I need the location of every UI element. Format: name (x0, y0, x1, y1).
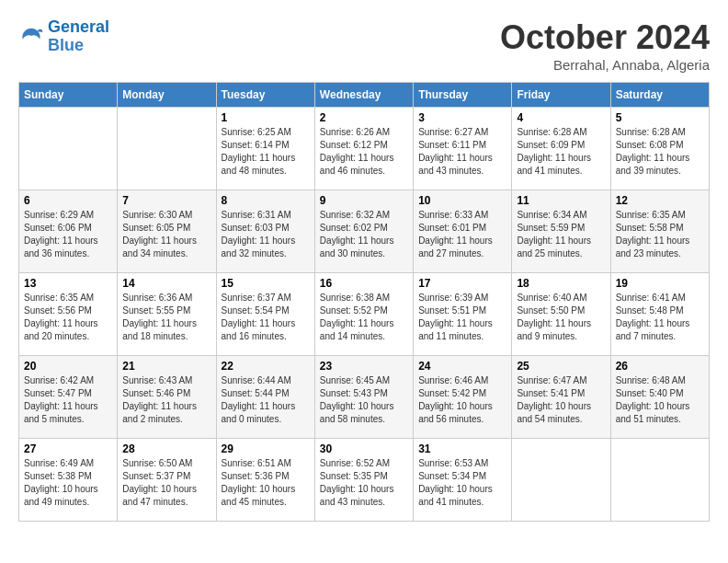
table-row: 3Sunrise: 6:27 AM Sunset: 6:11 PM Daylig… (414, 108, 512, 190)
table-row (610, 439, 709, 522)
table-row: 12Sunrise: 6:35 AM Sunset: 5:58 PM Dayli… (610, 190, 709, 273)
day-number: 26 (616, 360, 704, 373)
day-info: Sunrise: 6:45 AM Sunset: 5:43 PM Dayligh… (320, 374, 408, 426)
day-number: 10 (418, 194, 506, 207)
day-info: Sunrise: 6:37 AM Sunset: 5:54 PM Dayligh… (222, 292, 310, 343)
title-block: October 2024 Berrahal, Annaba, Algeria (500, 18, 710, 73)
day-number: 4 (517, 111, 605, 124)
day-info: Sunrise: 6:46 AM Sunset: 5:42 PM Dayligh… (418, 374, 506, 426)
table-row: 11Sunrise: 6:34 AM Sunset: 5:59 PM Dayli… (512, 190, 610, 273)
day-info: Sunrise: 6:49 AM Sunset: 5:38 PM Dayligh… (24, 457, 112, 509)
table-row: 19Sunrise: 6:41 AM Sunset: 5:48 PM Dayli… (610, 273, 709, 356)
calendar-header-row: Sunday Monday Tuesday Wednesday Thursday… (19, 83, 710, 108)
calendar-week-3: 13Sunrise: 6:35 AM Sunset: 5:56 PM Dayli… (19, 273, 710, 356)
day-number: 2 (320, 111, 408, 124)
day-info: Sunrise: 6:27 AM Sunset: 6:11 PM Dayligh… (418, 126, 506, 178)
day-info: Sunrise: 6:32 AM Sunset: 6:02 PM Dayligh… (320, 209, 408, 260)
day-number: 1 (222, 111, 310, 124)
table-row: 13Sunrise: 6:35 AM Sunset: 5:56 PM Dayli… (19, 273, 118, 356)
table-row: 8Sunrise: 6:31 AM Sunset: 6:03 PM Daylig… (216, 190, 314, 273)
day-number: 14 (122, 277, 210, 290)
day-info: Sunrise: 6:36 AM Sunset: 5:55 PM Dayligh… (122, 292, 210, 343)
logo-icon (18, 24, 44, 50)
day-info: Sunrise: 6:34 AM Sunset: 5:59 PM Dayligh… (517, 209, 605, 260)
day-info: Sunrise: 6:33 AM Sunset: 6:01 PM Dayligh… (418, 209, 506, 260)
day-info: Sunrise: 6:50 AM Sunset: 5:37 PM Dayligh… (122, 457, 210, 509)
day-number: 17 (418, 277, 506, 290)
calendar-week-4: 20Sunrise: 6:42 AM Sunset: 5:47 PM Dayli… (19, 356, 710, 439)
day-number: 27 (24, 442, 112, 455)
table-row: 2Sunrise: 6:26 AM Sunset: 6:12 PM Daylig… (314, 108, 413, 190)
table-row: 6Sunrise: 6:29 AM Sunset: 6:06 PM Daylig… (19, 190, 118, 273)
table-row: 26Sunrise: 6:48 AM Sunset: 5:40 PM Dayli… (610, 356, 709, 439)
day-number: 30 (320, 442, 408, 455)
table-row: 15Sunrise: 6:37 AM Sunset: 5:54 PM Dayli… (216, 273, 314, 356)
day-info: Sunrise: 6:31 AM Sunset: 6:03 PM Dayligh… (222, 209, 310, 260)
day-info: Sunrise: 6:39 AM Sunset: 5:51 PM Dayligh… (418, 292, 506, 343)
day-info: Sunrise: 6:44 AM Sunset: 5:44 PM Dayligh… (222, 374, 310, 426)
day-number: 16 (320, 277, 408, 290)
day-info: Sunrise: 6:28 AM Sunset: 6:09 PM Dayligh… (517, 126, 605, 178)
table-row: 10Sunrise: 6:33 AM Sunset: 6:01 PM Dayli… (414, 190, 512, 273)
table-row: 14Sunrise: 6:36 AM Sunset: 5:55 PM Dayli… (118, 273, 216, 356)
table-row: 4Sunrise: 6:28 AM Sunset: 6:09 PM Daylig… (512, 108, 610, 190)
day-number: 13 (24, 277, 112, 290)
day-number: 19 (616, 277, 704, 290)
day-number: 21 (122, 360, 210, 373)
day-number: 5 (616, 111, 704, 124)
col-tuesday: Tuesday (216, 83, 314, 108)
day-info: Sunrise: 6:35 AM Sunset: 5:56 PM Dayligh… (24, 292, 112, 343)
logo: General Blue (18, 18, 109, 55)
day-info: Sunrise: 6:42 AM Sunset: 5:47 PM Dayligh… (24, 374, 112, 426)
day-number: 24 (418, 360, 506, 373)
location: Berrahal, Annaba, Algeria (500, 57, 710, 73)
page-header: General Blue October 2024 Berrahal, Anna… (18, 18, 710, 73)
day-info: Sunrise: 6:43 AM Sunset: 5:46 PM Dayligh… (122, 374, 210, 426)
day-info: Sunrise: 6:28 AM Sunset: 6:08 PM Dayligh… (616, 126, 704, 178)
table-row: 24Sunrise: 6:46 AM Sunset: 5:42 PM Dayli… (414, 356, 512, 439)
table-row: 29Sunrise: 6:51 AM Sunset: 5:36 PM Dayli… (216, 439, 314, 522)
day-number: 31 (418, 442, 506, 455)
day-number: 15 (222, 277, 310, 290)
day-number: 28 (122, 442, 210, 455)
table-row: 25Sunrise: 6:47 AM Sunset: 5:41 PM Dayli… (512, 356, 610, 439)
table-row: 22Sunrise: 6:44 AM Sunset: 5:44 PM Dayli… (216, 356, 314, 439)
month-title: October 2024 (500, 18, 710, 57)
logo-text: General Blue (48, 18, 109, 55)
day-info: Sunrise: 6:40 AM Sunset: 5:50 PM Dayligh… (517, 292, 605, 343)
day-info: Sunrise: 6:48 AM Sunset: 5:40 PM Dayligh… (616, 374, 704, 426)
day-number: 6 (24, 194, 112, 207)
day-number: 23 (320, 360, 408, 373)
day-info: Sunrise: 6:35 AM Sunset: 5:58 PM Dayligh… (616, 209, 704, 260)
day-number: 22 (222, 360, 310, 373)
day-number: 8 (222, 194, 310, 207)
day-number: 20 (24, 360, 112, 373)
table-row: 18Sunrise: 6:40 AM Sunset: 5:50 PM Dayli… (512, 273, 610, 356)
day-number: 12 (616, 194, 704, 207)
day-info: Sunrise: 6:52 AM Sunset: 5:35 PM Dayligh… (320, 457, 408, 509)
col-friday: Friday (512, 83, 610, 108)
table-row: 21Sunrise: 6:43 AM Sunset: 5:46 PM Dayli… (118, 356, 216, 439)
col-sunday: Sunday (19, 83, 118, 108)
day-info: Sunrise: 6:47 AM Sunset: 5:41 PM Dayligh… (517, 374, 605, 426)
table-row: 16Sunrise: 6:38 AM Sunset: 5:52 PM Dayli… (314, 273, 413, 356)
day-info: Sunrise: 6:26 AM Sunset: 6:12 PM Dayligh… (320, 126, 408, 178)
table-row: 20Sunrise: 6:42 AM Sunset: 5:47 PM Dayli… (19, 356, 118, 439)
table-row: 31Sunrise: 6:53 AM Sunset: 5:34 PM Dayli… (414, 439, 512, 522)
table-row: 23Sunrise: 6:45 AM Sunset: 5:43 PM Dayli… (314, 356, 413, 439)
day-info: Sunrise: 6:25 AM Sunset: 6:14 PM Dayligh… (222, 126, 310, 178)
table-row: 5Sunrise: 6:28 AM Sunset: 6:08 PM Daylig… (610, 108, 709, 190)
day-info: Sunrise: 6:38 AM Sunset: 5:52 PM Dayligh… (320, 292, 408, 343)
calendar-week-5: 27Sunrise: 6:49 AM Sunset: 5:38 PM Dayli… (19, 439, 710, 522)
day-number: 7 (122, 194, 210, 207)
table-row: 30Sunrise: 6:52 AM Sunset: 5:35 PM Dayli… (314, 439, 413, 522)
day-number: 29 (222, 442, 310, 455)
table-row (118, 108, 216, 190)
table-row (512, 439, 610, 522)
col-wednesday: Wednesday (314, 83, 413, 108)
day-number: 11 (517, 194, 605, 207)
day-info: Sunrise: 6:30 AM Sunset: 6:05 PM Dayligh… (122, 209, 210, 260)
day-info: Sunrise: 6:51 AM Sunset: 5:36 PM Dayligh… (222, 457, 310, 509)
table-row: 17Sunrise: 6:39 AM Sunset: 5:51 PM Dayli… (414, 273, 512, 356)
table-row (19, 108, 118, 190)
